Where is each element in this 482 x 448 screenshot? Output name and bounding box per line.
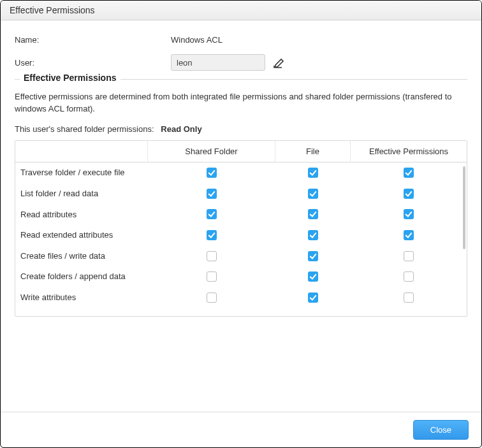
checkbox-cell-shared: [148, 204, 275, 225]
checkbox-cell-effective: [351, 287, 467, 308]
permission-label: Create folders / append data: [15, 266, 148, 287]
checkbox-cell-file: [275, 266, 351, 287]
permissions-table: Shared Folder File Effective Permissions…: [15, 141, 467, 308]
name-row: Name: Windows ACL: [15, 31, 467, 48]
dialog-content: Name: Windows ACL User: Effective Permis…: [1, 20, 481, 412]
window-title: Effective Permissions: [10, 5, 95, 15]
fieldset-title: Effective Permissions: [20, 73, 120, 83]
checkbox-cell-file: [275, 287, 351, 308]
permissions-fieldset: Effective Permissions Effective permissi…: [15, 79, 467, 317]
shared-checkbox: [207, 251, 217, 261]
checkbox-cell-file: [275, 163, 351, 184]
user-row: User:: [15, 54, 467, 71]
file-checkbox: [308, 271, 318, 282]
col-header-permission: [15, 141, 148, 163]
effective-checkbox: [404, 230, 414, 240]
col-header-file: File: [275, 141, 351, 163]
name-label: Name:: [15, 35, 171, 45]
checkbox-cell-shared: [148, 266, 275, 287]
fieldset-description: Effective permissions are determined fro…: [15, 91, 467, 115]
checkbox-cell-file: [275, 183, 351, 204]
table-row: Read attributes: [15, 204, 467, 225]
table-row: Create files / write data: [15, 245, 467, 266]
shared-checkbox: [207, 189, 217, 199]
shared-checkbox: [207, 230, 217, 240]
permission-label: List folder / read data: [15, 183, 148, 204]
user-input-wrap: [171, 54, 286, 71]
shared-checkbox: [207, 271, 217, 282]
shared-permissions-line: This user's shared folder permissions: R…: [15, 124, 467, 134]
effective-checkbox: [404, 293, 414, 303]
permission-label: Create files / write data: [15, 245, 148, 266]
permission-label: Read extended attributes: [15, 224, 148, 245]
checkbox-cell-file: [275, 224, 351, 245]
table-row: Read extended attributes: [15, 224, 467, 245]
file-checkbox: [308, 251, 318, 261]
titlebar: Effective Permissions: [1, 1, 481, 20]
shared-permissions-value: Read Only: [161, 124, 201, 134]
table-row: Traverse folder / execute file: [15, 163, 467, 184]
checkbox-cell-effective: [351, 163, 467, 184]
col-header-effective: Effective Permissions: [351, 141, 467, 163]
permissions-table-scroll[interactable]: Shared Folder File Effective Permissions…: [15, 141, 467, 316]
shared-checkbox: [207, 168, 217, 178]
permission-label: Write attributes: [15, 287, 148, 308]
effective-checkbox: [404, 271, 414, 282]
effective-checkbox: [404, 189, 414, 199]
scrollbar-thumb[interactable]: [463, 166, 465, 249]
file-checkbox: [308, 230, 318, 240]
table-row: Create folders / append data: [15, 266, 467, 287]
checkbox-cell-shared: [148, 224, 275, 245]
shared-checkbox: [207, 293, 217, 303]
checkbox-cell-effective: [351, 266, 467, 287]
effective-checkbox: [404, 209, 414, 219]
shared-permissions-prefix: This user's shared folder permissions:: [15, 124, 154, 134]
checkbox-cell-shared: [148, 183, 275, 204]
dialog-window: Effective Permissions Name: Windows ACL …: [0, 0, 482, 448]
user-label: User:: [15, 58, 171, 68]
permission-label: Read attributes: [15, 204, 148, 225]
checkbox-cell-shared: [148, 245, 275, 266]
file-checkbox: [308, 209, 318, 219]
table-row: List folder / read data: [15, 183, 467, 204]
effective-checkbox: [404, 251, 414, 261]
checkbox-cell-shared: [148, 287, 275, 308]
checkbox-cell-file: [275, 245, 351, 266]
checkbox-cell-effective: [351, 245, 467, 266]
checkbox-cell-shared: [148, 163, 275, 184]
checkbox-cell-effective: [351, 183, 467, 204]
permissions-table-wrap: Shared Folder File Effective Permissions…: [15, 140, 467, 317]
shared-checkbox: [207, 209, 217, 219]
file-checkbox: [308, 293, 318, 303]
dialog-footer: Close: [1, 412, 481, 447]
close-button[interactable]: Close: [413, 420, 469, 440]
table-header-row: Shared Folder File Effective Permissions: [15, 141, 467, 163]
checkbox-cell-effective: [351, 224, 467, 245]
file-checkbox: [308, 189, 318, 199]
effective-checkbox: [404, 168, 414, 178]
checkbox-cell-effective: [351, 204, 467, 225]
file-checkbox: [308, 168, 318, 178]
col-header-shared: Shared Folder: [148, 141, 275, 163]
edit-user-icon[interactable]: [272, 55, 286, 69]
permission-label: Traverse folder / execute file: [15, 163, 148, 184]
table-row: Write attributes: [15, 287, 467, 308]
checkbox-cell-file: [275, 204, 351, 225]
user-input[interactable]: [171, 54, 265, 71]
name-value: Windows ACL: [171, 35, 223, 45]
